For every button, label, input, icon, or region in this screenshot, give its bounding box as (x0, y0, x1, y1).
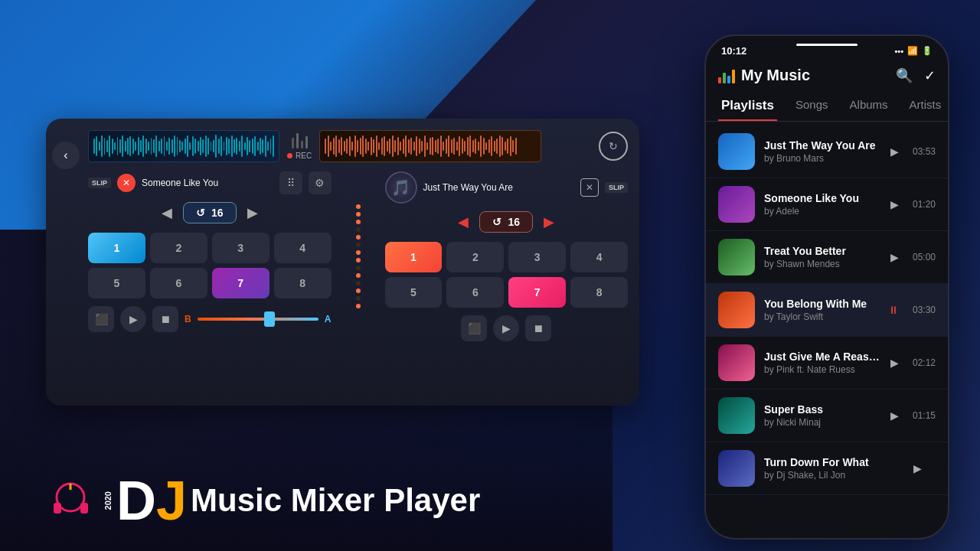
tab-artists[interactable]: Artists (906, 92, 945, 121)
right-loop-value: 16 (508, 216, 520, 228)
left-pad-8[interactable]: 8 (274, 268, 332, 298)
song-duration-3: 05:00 (913, 252, 936, 262)
left-pad-2[interactable]: 2 (150, 233, 207, 263)
right-pad-8[interactable]: 8 (570, 277, 628, 308)
right-pad-6[interactable]: 6 (446, 277, 504, 308)
refresh-button[interactable]: ↻ (599, 132, 628, 161)
song-name-6: Super Bass (764, 403, 881, 416)
logo-text-area: 2020 DJ Music Mixer Player (103, 473, 480, 528)
phone-notch (796, 44, 858, 46)
right-pad-4[interactable]: 4 (570, 242, 628, 272)
rec-dot (287, 153, 292, 158)
tab-playlists[interactable]: Playlists (718, 92, 777, 121)
waveform-bars-left (89, 131, 279, 161)
tab-albums[interactable]: Albums (847, 92, 891, 121)
crossfader-right-label: A (325, 314, 332, 324)
rec-text: REC (296, 152, 312, 160)
right-pad-7[interactable]: 7 (508, 277, 566, 308)
left-prev-button[interactable]: ◀ (157, 203, 177, 223)
song-art-1 (718, 133, 755, 170)
left-pad-5[interactable]: 5 (88, 268, 145, 298)
left-transport: ⬛ ▶ ⏹ B A (88, 306, 332, 332)
song-pause-4[interactable]: ⏸ (888, 304, 899, 316)
waveform-right[interactable] (319, 130, 541, 162)
song-artist-5: by Pink ft. Nate Ruess (764, 364, 881, 375)
right-slip-badge: SLIP (605, 182, 628, 193)
song-item-6[interactable]: Super Bass by Nicki Minaj ▶ 01:15 (706, 390, 948, 442)
phone-title-text: My Music (741, 67, 810, 84)
crossfader-thumb[interactable] (264, 311, 275, 327)
back-button[interactable]: ‹ (52, 142, 80, 169)
song-item-4[interactable]: You Belong With Me by Taylor Swift ⏸ 03:… (706, 284, 948, 337)
left-play-button[interactable]: ▶ (120, 306, 146, 332)
left-grid-button[interactable]: ⠿ (279, 171, 302, 194)
song-artist-3: by Shawn Mendes (764, 259, 881, 269)
right-record-button[interactable]: ⬛ (461, 315, 487, 341)
song-play-1[interactable]: ▶ (890, 145, 899, 158)
signal-icon: ••• (894, 47, 903, 56)
crossfader-track[interactable] (198, 318, 318, 321)
mixer-panel: REC (46, 119, 639, 406)
right-play-button[interactable]: ▶ (493, 315, 519, 341)
eq-dot (356, 296, 361, 301)
crossfader-left-label: B (185, 314, 191, 324)
eq-dot (356, 243, 361, 247)
song-duration-4: 03:30 (913, 305, 936, 315)
song-play-5[interactable]: ▶ (890, 357, 899, 369)
wifi-icon: 📶 (907, 46, 918, 56)
check-icon[interactable]: ✓ (924, 67, 936, 84)
tab-songs[interactable]: Songs (792, 92, 831, 121)
eq-dot (356, 212, 361, 217)
right-loop-row: ◀ ↺ 16 ▶ (385, 211, 629, 233)
left-record-button[interactable]: ⬛ (88, 306, 114, 332)
left-pad-4[interactable]: 4 (274, 233, 332, 263)
right-pad-3[interactable]: 3 (508, 242, 566, 272)
song-play-7[interactable]: ▶ (913, 462, 922, 474)
song-item-5[interactable]: Just Give Me A Reason by Pink ft. Nate R… (706, 337, 948, 390)
deck-left: SLIP ✕ Someone Like You ⠿ ⚙ ◀ ↺ 16 ▶ 1 2… (88, 171, 339, 341)
song-play-2[interactable]: ▶ (890, 198, 899, 210)
song-name-1: Just The Way You Are (764, 139, 881, 152)
search-icon[interactable]: 🔍 (896, 67, 913, 84)
waveform-left[interactable] (88, 130, 279, 162)
left-next-button[interactable]: ▶ (243, 203, 263, 223)
logo-dj-text: DJ (116, 473, 187, 528)
song-item-2[interactable]: Someone Like You by Adele ▶ 01:20 (706, 178, 948, 231)
song-name-5: Just Give Me A Reason (764, 350, 881, 363)
phone-header-actions: 🔍 ✓ (896, 67, 936, 84)
left-pad-7[interactable]: 7 (212, 268, 270, 298)
right-pad-1[interactable]: 1 (385, 242, 443, 272)
song-play-3[interactable]: ▶ (890, 251, 899, 263)
left-loop-row: ◀ ↺ 16 ▶ (88, 202, 332, 223)
right-prev-button[interactable]: ◀ (453, 212, 473, 232)
song-item-7[interactable]: Turn Down For What by Dj Shake, Lil Jon … (706, 442, 948, 495)
left-stop-button[interactable]: ⏹ (152, 306, 178, 332)
song-list: Just The Way You Are by Bruno Mars ▶ 03:… (706, 126, 948, 520)
left-pad-6[interactable]: 6 (150, 268, 207, 298)
song-info-3: Treat You Better by Shawn Mendes (764, 245, 881, 269)
deck-right: 🎵 Just The Way You Are ✕ SLIP ◀ ↺ 16 ▶ 1… (377, 171, 629, 341)
song-duration-6: 01:15 (913, 410, 936, 421)
left-pads-grid: 1 2 3 4 5 6 7 8 (88, 233, 332, 298)
left-mixer-button[interactable]: ⚙ (309, 171, 332, 194)
song-item-1[interactable]: Just The Way You Are by Bruno Mars ▶ 03:… (706, 126, 948, 178)
right-close-button[interactable]: ✕ (580, 178, 599, 197)
eq-dot (356, 281, 361, 285)
right-stop-button[interactable]: ⏹ (525, 315, 551, 341)
song-play-6[interactable]: ▶ (890, 409, 899, 422)
left-pad-3[interactable]: 3 (212, 233, 270, 263)
song-item-3[interactable]: Treat You Better by Shawn Mendes ▶ 05:00 (706, 231, 948, 284)
left-loop-display[interactable]: ↺ 16 (183, 202, 237, 223)
right-pads-grid: 1 2 3 4 5 6 7 8 (385, 242, 629, 308)
song-art-7 (718, 450, 755, 487)
right-loop-display[interactable]: ↺ 16 (479, 211, 533, 233)
right-pad-2[interactable]: 2 (446, 242, 504, 272)
right-next-button[interactable]: ▶ (539, 212, 559, 232)
left-pad-1[interactable]: 1 (88, 233, 145, 263)
right-pad-5[interactable]: 5 (385, 277, 443, 308)
song-art-4 (718, 292, 755, 328)
song-art-2 (718, 186, 755, 223)
left-close-button[interactable]: ✕ (117, 174, 136, 192)
eq-dot (356, 250, 361, 255)
right-track-info: 🎵 Just The Way You Are ✕ SLIP (385, 171, 629, 204)
